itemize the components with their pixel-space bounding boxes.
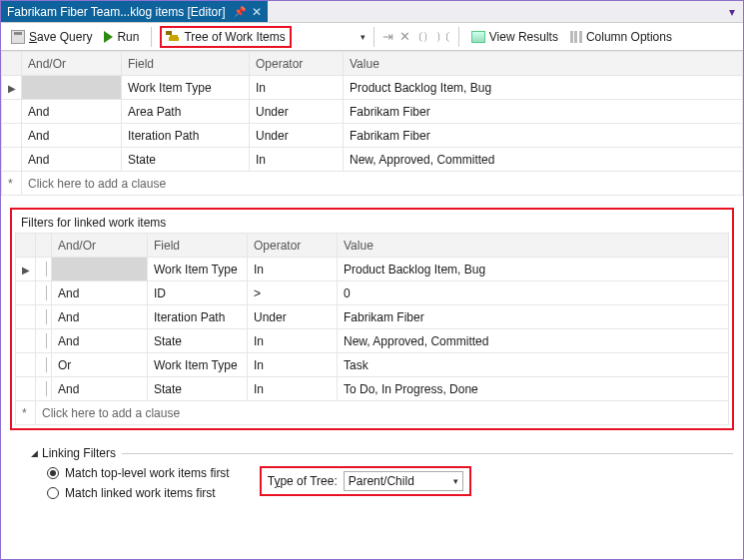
cell-field[interactable]: Iteration Path xyxy=(122,124,250,148)
cell-operator[interactable]: In xyxy=(248,377,338,401)
cell-andor[interactable]: And xyxy=(52,377,148,401)
header-operator[interactable]: Operator xyxy=(248,234,338,258)
cell-value[interactable]: To Do, In Progress, Done xyxy=(338,377,729,401)
linked-filters-section: Filters for linked work items And/Or Fie… xyxy=(10,208,734,430)
clause-row[interactable]: AndIteration PathUnderFabrikam Fiber xyxy=(16,305,729,329)
group-clauses-icon[interactable]: ⟮⟯ xyxy=(416,29,430,44)
query-type-dropdown[interactable]: Tree of Work Items xyxy=(160,26,291,48)
tab-overflow-icon[interactable]: ▾ xyxy=(721,1,743,22)
cell-andor[interactable]: And xyxy=(52,329,148,353)
query-type-caret-icon[interactable]: ▾ xyxy=(361,32,366,42)
cell-value[interactable]: Product Backlog Item, Bug xyxy=(338,258,729,281)
header-andor[interactable]: And/Or xyxy=(52,234,148,258)
row-marker xyxy=(16,329,36,353)
delete-clause-icon[interactable]: ✕ xyxy=(399,29,410,44)
insert-clause-icon[interactable]: ⇥ xyxy=(382,29,393,44)
save-label: Save Query xyxy=(29,30,92,44)
radio-match-top-level[interactable]: Match top-level work items first xyxy=(47,466,230,480)
clause-row[interactable]: OrWork Item TypeInTask xyxy=(16,353,729,377)
cell-operator[interactable]: Under xyxy=(250,100,344,124)
header-value[interactable]: Value xyxy=(344,52,743,76)
run-button[interactable]: Run xyxy=(100,28,143,46)
header-gutter xyxy=(36,234,52,258)
clause-row[interactable]: AndID>0 xyxy=(16,281,729,305)
pin-icon[interactable]: 📌 xyxy=(234,6,246,17)
ungroup-clauses-icon[interactable]: ⟯⟮ xyxy=(436,29,450,44)
cell-value[interactable]: Fabrikam Fiber xyxy=(344,100,743,124)
cell-field[interactable]: Work Item Type xyxy=(148,353,248,377)
cell-field[interactable]: State xyxy=(122,148,250,172)
cell-value[interactable]: New, Approved, Committed xyxy=(338,329,729,353)
group-gutter xyxy=(36,377,52,401)
save-icon xyxy=(11,30,25,44)
cell-andor[interactable]: And xyxy=(52,281,148,305)
clause-row[interactable]: ▶Work Item TypeInProduct Backlog Item, B… xyxy=(2,76,743,100)
cell-field[interactable]: State xyxy=(148,329,248,353)
cell-andor[interactable]: And xyxy=(22,148,122,172)
cell-field[interactable]: Work Item Type xyxy=(148,258,248,281)
cell-value[interactable]: 0 xyxy=(338,281,729,305)
cell-value[interactable]: New, Approved, Committed xyxy=(344,148,743,172)
query-type-label: Tree of Work Items xyxy=(184,30,285,44)
add-clause-marker: * xyxy=(2,172,22,196)
cell-operator[interactable]: Under xyxy=(248,305,338,329)
clause-row[interactable]: AndStateInNew, Approved, Committed xyxy=(2,148,743,172)
active-tab[interactable]: Fabrikam Fiber Team...klog items [Editor… xyxy=(1,1,268,22)
cell-value[interactable]: Fabrikam Fiber xyxy=(344,124,743,148)
type-of-tree-dropdown[interactable]: Parent/Child ▾ xyxy=(344,471,463,491)
header-value[interactable]: Value xyxy=(338,234,729,258)
add-clause-text[interactable]: Click here to add a clause xyxy=(22,172,743,196)
dropdown-caret-icon: ▾ xyxy=(453,476,458,486)
cell-field[interactable]: Iteration Path xyxy=(148,305,248,329)
cell-andor[interactable]: And xyxy=(52,305,148,329)
cell-value[interactable]: Fabrikam Fiber xyxy=(338,305,729,329)
columns-icon xyxy=(570,31,582,43)
row-marker xyxy=(2,148,22,172)
radio-label: Match linked work items first xyxy=(65,486,216,500)
cell-operator[interactable]: Under xyxy=(250,124,344,148)
clause-row[interactable]: AndStateInTo Do, In Progress, Done xyxy=(16,377,729,401)
cell-field[interactable]: Work Item Type xyxy=(122,76,250,100)
header-field[interactable]: Field xyxy=(148,234,248,258)
cell-value[interactable]: Task xyxy=(338,353,729,377)
close-icon[interactable]: ✕ xyxy=(252,5,262,19)
cell-value[interactable]: Product Backlog Item, Bug xyxy=(344,76,743,100)
column-options-button[interactable]: Column Options xyxy=(566,28,676,46)
type-of-tree-box: Type of Tree: Parent/Child ▾ xyxy=(260,466,471,496)
results-icon xyxy=(471,31,485,43)
group-gutter xyxy=(36,329,52,353)
cell-field[interactable]: Area Path xyxy=(122,100,250,124)
clause-row[interactable]: ▶Work Item TypeInProduct Backlog Item, B… xyxy=(16,258,729,281)
cell-andor[interactable] xyxy=(52,258,148,281)
column-options-label: Column Options xyxy=(586,30,672,44)
header-andor[interactable]: And/Or xyxy=(22,52,122,76)
clause-row[interactable]: AndStateInNew, Approved, Committed xyxy=(16,329,729,353)
cell-operator[interactable]: In xyxy=(248,258,338,281)
cell-operator[interactable]: In xyxy=(248,353,338,377)
add-clause-row[interactable]: * Click here to add a clause xyxy=(2,172,743,196)
row-marker xyxy=(16,353,36,377)
header-field[interactable]: Field xyxy=(122,52,250,76)
header-operator[interactable]: Operator xyxy=(250,52,344,76)
disclosure-triangle-icon[interactable]: ◢ xyxy=(31,448,38,458)
cell-operator[interactable]: In xyxy=(248,329,338,353)
cell-andor[interactable] xyxy=(22,76,122,100)
cell-andor[interactable]: And xyxy=(22,124,122,148)
cell-andor[interactable]: And xyxy=(22,100,122,124)
add-clause-row[interactable]: * Click here to add a clause xyxy=(16,401,729,425)
cell-operator[interactable]: In xyxy=(250,148,344,172)
cell-andor[interactable]: Or xyxy=(52,353,148,377)
cell-field[interactable]: ID xyxy=(148,281,248,305)
view-results-button[interactable]: View Results xyxy=(467,28,562,46)
clause-row[interactable]: AndArea PathUnderFabrikam Fiber xyxy=(2,100,743,124)
radio-match-linked[interactable]: Match linked work items first xyxy=(47,486,230,500)
cell-operator[interactable]: > xyxy=(248,281,338,305)
cell-field[interactable]: State xyxy=(148,377,248,401)
clause-edit-icons: ⇥ ✕ ⟮⟯ ⟯⟮ xyxy=(382,29,450,44)
row-marker: ▶ xyxy=(16,258,36,281)
cell-operator[interactable]: In xyxy=(250,76,344,100)
add-clause-text[interactable]: Click here to add a clause xyxy=(36,401,729,425)
save-query-button[interactable]: Save Query xyxy=(7,28,96,46)
top-level-filter-grid: And/Or Field Operator Value ▶Work Item T… xyxy=(1,51,743,196)
clause-row[interactable]: AndIteration PathUnderFabrikam Fiber xyxy=(2,124,743,148)
